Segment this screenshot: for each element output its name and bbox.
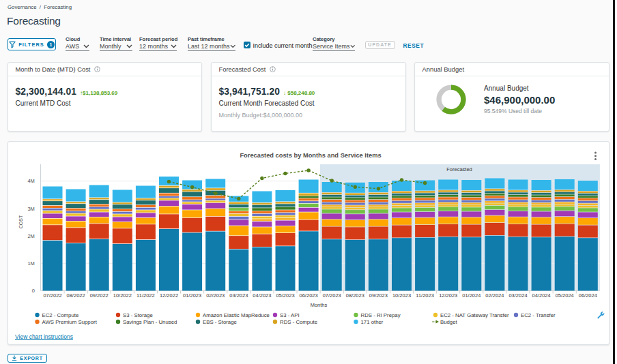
svg-text:10/2023: 10/2023 — [392, 292, 411, 299]
svg-text:10/2022: 10/2022 — [113, 292, 132, 299]
svg-text:Forecasted: Forecasted — [446, 166, 472, 172]
svg-text:Amazon Elastic MapReduce: Amazon Elastic MapReduce — [203, 312, 270, 318]
svg-text:3M: 3M — [27, 206, 34, 212]
svg-text:4M: 4M — [27, 178, 34, 184]
svg-text:11/2022: 11/2022 — [137, 292, 155, 299]
svg-text:Savings Plan - Unused: Savings Plan - Unused — [123, 319, 177, 325]
svg-text:171 other: 171 other — [361, 319, 384, 325]
svg-text:03/2023: 03/2023 — [229, 292, 248, 299]
svg-text:04/2024: 04/2024 — [532, 292, 551, 299]
svg-text:09/2023: 09/2023 — [369, 292, 388, 299]
svg-text:07/2022: 07/2022 — [43, 292, 61, 299]
svg-text:06/2023: 06/2023 — [300, 292, 318, 299]
svg-text:08/2023: 08/2023 — [346, 292, 364, 299]
svg-text:12/2022: 12/2022 — [160, 292, 178, 299]
svg-text:05/2023: 05/2023 — [276, 292, 294, 299]
svg-text:02/2023: 02/2023 — [206, 292, 225, 299]
svg-text:08/2022: 08/2022 — [67, 292, 85, 299]
svg-text:01/2023: 01/2023 — [183, 292, 201, 299]
svg-text:12/2023: 12/2023 — [439, 292, 457, 299]
svg-text:EC2 - NAT Gateway Transfer: EC2 - NAT Gateway Transfer — [440, 312, 509, 318]
svg-text:Months: Months — [311, 302, 328, 308]
svg-text:03/2024: 03/2024 — [508, 292, 527, 299]
svg-text:04/2023: 04/2023 — [253, 292, 271, 299]
svg-text:EC2 - Compute: EC2 - Compute — [42, 312, 79, 318]
svg-text:09/2022: 09/2022 — [90, 292, 109, 299]
svg-text:01/2024: 01/2024 — [462, 292, 480, 299]
svg-text:1M: 1M — [27, 260, 34, 267]
svg-text:0: 0 — [32, 288, 35, 294]
svg-text:11/2023: 11/2023 — [416, 292, 434, 299]
svg-text:RDS - RI Prepay: RDS - RI Prepay — [361, 312, 401, 318]
svg-text:2M: 2M — [27, 233, 34, 239]
svg-text:EC2 - Transfer: EC2 - Transfer — [521, 312, 556, 318]
svg-text:Forecasted costs by Months and: Forecasted costs by Months and Service I… — [240, 152, 381, 159]
svg-text:S3 - Storage: S3 - Storage — [123, 312, 153, 318]
svg-text:07/2023: 07/2023 — [323, 292, 341, 299]
svg-text:S3 - API: S3 - API — [280, 312, 300, 318]
svg-text:COST: COST — [18, 215, 23, 228]
svg-text:RDS - Compute: RDS - Compute — [280, 319, 317, 325]
svg-text:05/2024: 05/2024 — [556, 292, 574, 299]
svg-text:02/2024: 02/2024 — [485, 292, 504, 299]
svg-text:AWS Premium Support: AWS Premium Support — [42, 319, 98, 325]
svg-text:EBS - Storage: EBS - Storage — [203, 319, 237, 325]
svg-text:06/2024: 06/2024 — [579, 292, 597, 299]
svg-text:Budget: Budget — [440, 319, 458, 325]
